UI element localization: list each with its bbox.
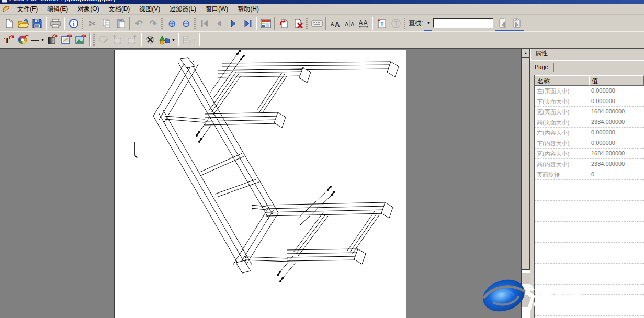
undo-button[interactable]: ↶ bbox=[132, 17, 146, 30]
table-row[interactable]: 左(页面大小) 0.000000 bbox=[535, 86, 644, 96]
menu-object[interactable]: 对象(O) bbox=[73, 4, 104, 15]
gradient-tool-button[interactable] bbox=[46, 33, 60, 47]
properties-table: 名称 值 左(页面大小) 0.000000 下(页面大小) 0.000000 宽… bbox=[534, 75, 644, 318]
toolbar-grip[interactable] bbox=[194, 18, 196, 29]
open-button[interactable] bbox=[16, 17, 30, 30]
menu-filter[interactable]: 过滤器(L) bbox=[165, 4, 201, 15]
find-next-button[interactable]: ABC bbox=[510, 16, 524, 31]
color-wheel-button[interactable] bbox=[16, 33, 30, 47]
prev-page-button[interactable] bbox=[212, 17, 226, 30]
paste-button[interactable] bbox=[114, 17, 128, 30]
property-value: 2384.000000 bbox=[589, 159, 644, 169]
new-button[interactable] bbox=[2, 17, 16, 30]
scrollbar-thumb[interactable] bbox=[522, 58, 530, 270]
property-name: 宽(页面大小) bbox=[535, 107, 589, 117]
zoom-out-icon: ⊖ bbox=[182, 18, 190, 29]
svg-text:T: T bbox=[380, 21, 384, 27]
find-input[interactable] bbox=[433, 18, 493, 28]
table-row[interactable]: 宽(内容大小) 1684.000000 bbox=[535, 149, 644, 159]
undo-arrow-icon: ↶ bbox=[135, 18, 142, 29]
panel-header: 属性 bbox=[530, 49, 644, 61]
toolbar-grip[interactable] bbox=[82, 18, 83, 29]
next-page-button[interactable] bbox=[226, 17, 240, 30]
property-value: 0.000000 bbox=[589, 138, 644, 148]
line-tool-button[interactable]: ▼ bbox=[30, 33, 46, 47]
table-row[interactable]: 下(页面大小) 0.000000 bbox=[535, 96, 644, 107]
keyboard-icon bbox=[311, 19, 323, 28]
zoom-out-button[interactable]: ⊖ bbox=[179, 17, 193, 30]
toolbar-grip[interactable] bbox=[93, 34, 95, 46]
toolbar-grip[interactable] bbox=[404, 18, 405, 29]
zoom-in-icon: ⊕ bbox=[168, 18, 176, 29]
scroll-up-button[interactable]: ▲ bbox=[522, 49, 530, 58]
empty-row bbox=[535, 253, 644, 264]
page-layout-button[interactable] bbox=[258, 17, 273, 30]
cut-button[interactable]: ✂ bbox=[85, 17, 99, 30]
redo-arrow-icon: ↷ bbox=[149, 18, 156, 29]
floppy-icon bbox=[32, 18, 42, 29]
text-tool-button[interactable]: T bbox=[389, 17, 403, 30]
table-row[interactable]: 下(内容大小) 0.000000 bbox=[535, 138, 644, 149]
rotate-right-button[interactable] bbox=[125, 33, 139, 47]
svg-text:A: A bbox=[364, 19, 368, 26]
insert-image-button[interactable] bbox=[74, 33, 88, 47]
window-title: Foxit PDF Editor - [qiaojiadang.pdf] bbox=[9, 0, 116, 2]
property-name: 下(内容大小) bbox=[535, 138, 589, 148]
copy-button[interactable] bbox=[99, 17, 114, 30]
tab-page[interactable]: Page bbox=[530, 63, 554, 72]
menu-file[interactable]: 文件(F) bbox=[13, 4, 42, 15]
menu-edit[interactable]: 编辑(E) bbox=[42, 4, 73, 15]
font-width-button[interactable]: AA bbox=[356, 17, 370, 30]
redo-button[interactable]: ↷ bbox=[146, 17, 160, 30]
font-size-button[interactable]: A A bbox=[328, 17, 342, 30]
table-row[interactable]: 高(内容大小) 2384.000000 bbox=[535, 159, 644, 169]
table-row[interactable]: 高(页面大小) 2384.000000 bbox=[535, 117, 644, 128]
delete-page-button[interactable] bbox=[291, 17, 305, 30]
table-row[interactable]: 左(内容大小) 0.000000 bbox=[535, 128, 644, 138]
prev-page-icon bbox=[214, 20, 224, 27]
font-style-button[interactable]: A A bbox=[342, 17, 356, 30]
find-prev-button[interactable] bbox=[495, 16, 510, 31]
find-dropdown-button[interactable]: ▼ bbox=[424, 16, 432, 31]
menu-view[interactable]: 视图(V) bbox=[134, 4, 165, 15]
copy-icon bbox=[101, 18, 112, 29]
vertical-scrollbar[interactable]: ▲ bbox=[521, 49, 530, 318]
menu-document[interactable]: 文档(D) bbox=[104, 4, 135, 15]
column-header-value[interactable]: 值 bbox=[589, 75, 644, 86]
table-row[interactable]: 宽(页面大小) 1684.000000 bbox=[535, 107, 644, 117]
first-page-icon bbox=[200, 20, 210, 27]
lasso-button[interactable] bbox=[97, 33, 111, 47]
menu-window[interactable]: 窗口(W) bbox=[201, 4, 233, 15]
last-page-button[interactable] bbox=[240, 17, 254, 30]
pdf-page[interactable] bbox=[114, 50, 406, 318]
menu-help[interactable]: 帮助(H) bbox=[233, 4, 264, 15]
font-width-icon: AA bbox=[358, 19, 369, 28]
zoom-in-button[interactable]: ⊕ bbox=[165, 17, 179, 30]
delete-x-icon bbox=[144, 34, 156, 46]
delete-object-button[interactable] bbox=[143, 33, 157, 47]
print-button[interactable] bbox=[48, 17, 62, 30]
rotate-left-button[interactable] bbox=[111, 33, 125, 47]
property-name: 左(页面大小) bbox=[535, 86, 589, 96]
font-size-icon: A A bbox=[330, 19, 341, 28]
first-page-button[interactable] bbox=[198, 17, 212, 30]
find-prev-icon bbox=[498, 18, 508, 28]
add-text-button[interactable]: T bbox=[375, 17, 389, 30]
insert-page-button[interactable] bbox=[277, 17, 291, 30]
save-button[interactable] bbox=[30, 17, 44, 30]
align-button[interactable]: ▼ bbox=[180, 33, 197, 47]
table-row[interactable]: 页面旋转 0 bbox=[535, 169, 644, 180]
shapes-button[interactable]: ▼ bbox=[157, 33, 176, 47]
separator bbox=[89, 33, 91, 46]
insert-page-icon bbox=[279, 18, 289, 29]
insert-text-button[interactable]: T bbox=[2, 33, 16, 47]
document-canvas[interactable] bbox=[0, 49, 521, 318]
properties-tab[interactable]: 属性 bbox=[530, 49, 553, 60]
column-header-name[interactable]: 名称 bbox=[535, 75, 589, 86]
toolbar-grip[interactable] bbox=[161, 18, 163, 29]
info-button[interactable]: i bbox=[66, 17, 81, 30]
page-layout-icon bbox=[261, 19, 271, 28]
keyboard-button[interactable] bbox=[310, 17, 324, 30]
toolbar-grip[interactable] bbox=[306, 18, 308, 29]
edit-image-button[interactable] bbox=[60, 33, 74, 47]
